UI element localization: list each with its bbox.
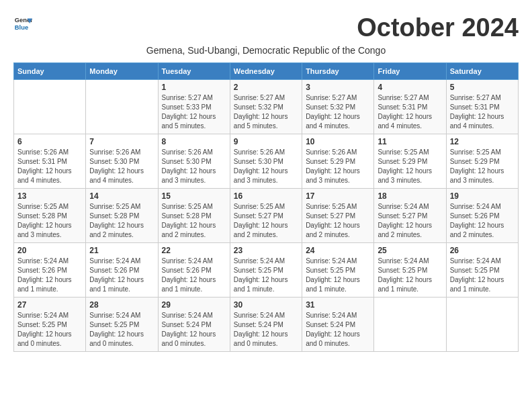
col-header-sunday: Sunday — [14, 63, 86, 80]
day-number: 30 — [234, 300, 298, 310]
day-cell: 18Sunrise: 5:24 AM Sunset: 5:27 PM Dayli… — [374, 189, 446, 243]
logo-icon: General Blue — [13, 13, 32, 32]
subtitle: Gemena, Sud-Ubangi, Democratic Republic … — [13, 45, 519, 56]
day-cell: 28Sunrise: 5:24 AM Sunset: 5:25 PM Dayli… — [86, 298, 158, 352]
day-info: Sunrise: 5:24 AM Sunset: 5:26 PM Dayligh… — [450, 202, 515, 240]
day-cell: 11Sunrise: 5:25 AM Sunset: 5:29 PM Dayli… — [374, 134, 446, 189]
col-header-saturday: Saturday — [446, 63, 518, 80]
day-cell: 4Sunrise: 5:27 AM Sunset: 5:31 PM Daylig… — [374, 80, 446, 134]
day-cell — [446, 298, 518, 352]
day-info: Sunrise: 5:24 AM Sunset: 5:27 PM Dayligh… — [378, 202, 442, 240]
day-info: Sunrise: 5:27 AM Sunset: 5:32 PM Dayligh… — [306, 93, 370, 131]
day-cell: 5Sunrise: 5:27 AM Sunset: 5:31 PM Daylig… — [446, 80, 518, 134]
day-cell: 19Sunrise: 5:24 AM Sunset: 5:26 PM Dayli… — [446, 189, 518, 243]
week-row-5: 27Sunrise: 5:24 AM Sunset: 5:25 PM Dayli… — [14, 298, 519, 352]
day-number: 25 — [378, 246, 442, 255]
day-cell: 1Sunrise: 5:27 AM Sunset: 5:33 PM Daylig… — [158, 80, 230, 134]
day-info: Sunrise: 5:25 AM Sunset: 5:29 PM Dayligh… — [450, 148, 515, 185]
day-info: Sunrise: 5:25 AM Sunset: 5:27 PM Dayligh… — [306, 202, 370, 240]
day-info: Sunrise: 5:27 AM Sunset: 5:32 PM Dayligh… — [234, 93, 298, 131]
day-number: 8 — [162, 137, 226, 146]
day-number: 14 — [89, 191, 154, 201]
col-header-friday: Friday — [374, 63, 446, 80]
day-cell: 9Sunrise: 5:26 AM Sunset: 5:30 PM Daylig… — [230, 134, 302, 189]
week-row-3: 13Sunrise: 5:25 AM Sunset: 5:28 PM Dayli… — [14, 189, 519, 243]
day-info: Sunrise: 5:26 AM Sunset: 5:31 PM Dayligh… — [17, 148, 82, 185]
day-number: 15 — [162, 191, 226, 201]
day-cell: 21Sunrise: 5:24 AM Sunset: 5:26 PM Dayli… — [86, 243, 158, 298]
day-cell: 10Sunrise: 5:26 AM Sunset: 5:29 PM Dayli… — [302, 134, 374, 189]
day-number: 13 — [17, 191, 82, 201]
day-cell: 25Sunrise: 5:24 AM Sunset: 5:25 PM Dayli… — [374, 243, 446, 298]
day-info: Sunrise: 5:24 AM Sunset: 5:25 PM Dayligh… — [378, 257, 442, 294]
day-number: 6 — [17, 137, 82, 146]
day-info: Sunrise: 5:25 AM Sunset: 5:28 PM Dayligh… — [162, 202, 226, 240]
day-cell: 27Sunrise: 5:24 AM Sunset: 5:25 PM Dayli… — [14, 298, 86, 352]
calendar-table: SundayMondayTuesdayWednesdayThursdayFrid… — [13, 62, 519, 352]
day-cell: 23Sunrise: 5:24 AM Sunset: 5:25 PM Dayli… — [230, 243, 302, 298]
week-row-1: 1Sunrise: 5:27 AM Sunset: 5:33 PM Daylig… — [14, 80, 519, 134]
day-info: Sunrise: 5:24 AM Sunset: 5:25 PM Dayligh… — [450, 257, 515, 294]
day-cell: 12Sunrise: 5:25 AM Sunset: 5:29 PM Dayli… — [446, 134, 518, 189]
day-info: Sunrise: 5:26 AM Sunset: 5:29 PM Dayligh… — [306, 148, 370, 185]
day-info: Sunrise: 5:25 AM Sunset: 5:27 PM Dayligh… — [234, 202, 298, 240]
day-cell: 14Sunrise: 5:25 AM Sunset: 5:28 PM Dayli… — [86, 189, 158, 243]
day-cell: 29Sunrise: 5:24 AM Sunset: 5:24 PM Dayli… — [158, 298, 230, 352]
day-number: 21 — [89, 246, 154, 255]
day-info: Sunrise: 5:24 AM Sunset: 5:25 PM Dayligh… — [234, 257, 298, 294]
day-cell: 17Sunrise: 5:25 AM Sunset: 5:27 PM Dayli… — [302, 189, 374, 243]
day-info: Sunrise: 5:24 AM Sunset: 5:24 PM Dayligh… — [162, 311, 226, 349]
svg-text:Blue: Blue — [15, 24, 28, 31]
day-cell: 7Sunrise: 5:26 AM Sunset: 5:30 PM Daylig… — [86, 134, 158, 189]
day-cell: 16Sunrise: 5:25 AM Sunset: 5:27 PM Dayli… — [230, 189, 302, 243]
day-cell: 2Sunrise: 5:27 AM Sunset: 5:32 PM Daylig… — [230, 80, 302, 134]
day-cell: 20Sunrise: 5:24 AM Sunset: 5:26 PM Dayli… — [14, 243, 86, 298]
day-cell: 15Sunrise: 5:25 AM Sunset: 5:28 PM Dayli… — [158, 189, 230, 243]
day-number: 2 — [234, 83, 298, 92]
day-info: Sunrise: 5:24 AM Sunset: 5:26 PM Dayligh… — [17, 257, 82, 294]
col-header-thursday: Thursday — [302, 63, 374, 80]
day-cell: 8Sunrise: 5:26 AM Sunset: 5:30 PM Daylig… — [158, 134, 230, 189]
day-info: Sunrise: 5:24 AM Sunset: 5:25 PM Dayligh… — [306, 257, 370, 294]
logo: General Blue — [13, 13, 32, 32]
day-number: 24 — [306, 246, 370, 255]
day-number: 16 — [234, 191, 298, 201]
day-info: Sunrise: 5:25 AM Sunset: 5:29 PM Dayligh… — [378, 148, 442, 185]
day-cell: 13Sunrise: 5:25 AM Sunset: 5:28 PM Dayli… — [14, 189, 86, 243]
day-number: 27 — [17, 300, 82, 310]
day-number: 31 — [306, 300, 370, 310]
day-number: 3 — [306, 83, 370, 92]
day-number: 26 — [450, 246, 515, 255]
day-number: 9 — [234, 137, 298, 146]
day-cell — [14, 80, 86, 134]
day-number: 19 — [450, 191, 515, 201]
day-number: 17 — [306, 191, 370, 201]
day-info: Sunrise: 5:24 AM Sunset: 5:25 PM Dayligh… — [17, 311, 82, 349]
week-row-4: 20Sunrise: 5:24 AM Sunset: 5:26 PM Dayli… — [14, 243, 519, 298]
day-cell: 31Sunrise: 5:24 AM Sunset: 5:24 PM Dayli… — [302, 298, 374, 352]
day-cell: 6Sunrise: 5:26 AM Sunset: 5:31 PM Daylig… — [14, 134, 86, 189]
day-cell: 30Sunrise: 5:24 AM Sunset: 5:24 PM Dayli… — [230, 298, 302, 352]
col-header-wednesday: Wednesday — [230, 63, 302, 80]
day-info: Sunrise: 5:26 AM Sunset: 5:30 PM Dayligh… — [162, 148, 226, 185]
day-cell — [374, 298, 446, 352]
day-info: Sunrise: 5:25 AM Sunset: 5:28 PM Dayligh… — [89, 202, 154, 240]
day-info: Sunrise: 5:25 AM Sunset: 5:28 PM Dayligh… — [17, 202, 82, 240]
day-number: 12 — [450, 137, 515, 146]
day-info: Sunrise: 5:24 AM Sunset: 5:24 PM Dayligh… — [234, 311, 298, 349]
day-number: 20 — [17, 246, 82, 255]
day-number: 1 — [162, 83, 226, 92]
week-row-2: 6Sunrise: 5:26 AM Sunset: 5:31 PM Daylig… — [14, 134, 519, 189]
day-number: 23 — [234, 246, 298, 255]
day-info: Sunrise: 5:24 AM Sunset: 5:26 PM Dayligh… — [162, 257, 226, 294]
day-info: Sunrise: 5:24 AM Sunset: 5:25 PM Dayligh… — [89, 311, 154, 349]
day-cell: 24Sunrise: 5:24 AM Sunset: 5:25 PM Dayli… — [302, 243, 374, 298]
day-info: Sunrise: 5:26 AM Sunset: 5:30 PM Dayligh… — [89, 148, 154, 185]
col-header-tuesday: Tuesday — [158, 63, 230, 80]
day-info: Sunrise: 5:26 AM Sunset: 5:30 PM Dayligh… — [234, 148, 298, 185]
day-number: 11 — [378, 137, 442, 146]
day-cell — [86, 80, 158, 134]
day-info: Sunrise: 5:24 AM Sunset: 5:24 PM Dayligh… — [306, 311, 370, 349]
day-info: Sunrise: 5:27 AM Sunset: 5:31 PM Dayligh… — [378, 93, 442, 131]
day-number: 28 — [89, 300, 154, 310]
